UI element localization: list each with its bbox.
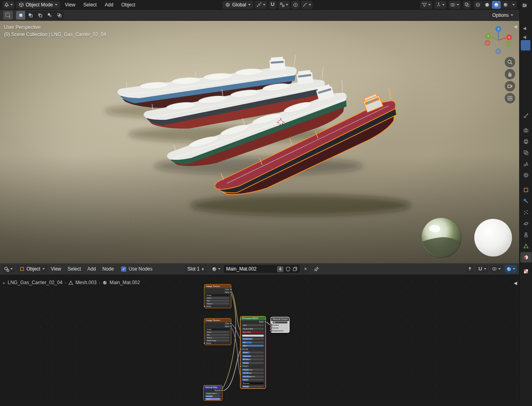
node-normal-map[interactable]: Normal MapNormalTangent SpaceStrengthCol…: [204, 386, 222, 400]
node-socket-row[interactable]: Vector: [204, 305, 231, 308]
props-tab-render[interactable]: [520, 125, 532, 135]
select-extend-button[interactable]: [26, 11, 35, 20]
node-socket-row[interactable]: Sheen: [241, 378, 265, 382]
material-users-count[interactable]: 4: [277, 266, 283, 272]
select-set-button[interactable]: [16, 11, 26, 20]
collapse-left-icon[interactable]: ◀: [523, 34, 526, 40]
expand-arrow-icon[interactable]: ▸: [3, 281, 5, 285]
duplicate-material-icon[interactable]: [293, 267, 297, 271]
active-tool-button[interactable]: [3, 11, 13, 20]
node-socket-row[interactable]: Linear: [204, 297, 231, 299]
node-menu-node[interactable]: Node: [99, 264, 117, 274]
node-socket-row[interactable]: BSDF: [241, 320, 265, 324]
node-socket-row[interactable]: Subsurface: [241, 354, 265, 358]
menu-object[interactable]: Object: [118, 0, 139, 10]
camera-view-button[interactable]: [505, 81, 515, 91]
node-socket-row[interactable]: Anisotropic: [241, 358, 265, 362]
node-socket-row[interactable]: Normal: [204, 389, 222, 392]
node-socket-row[interactable]: Color: [204, 288, 231, 291]
node-socket-row[interactable]: Flat: [204, 299, 231, 302]
insert-keyframe-button[interactable]: [466, 265, 474, 273]
select-invert-button[interactable]: [45, 11, 55, 20]
node-socket-row[interactable]: Vector: [204, 342, 231, 345]
shading-material-preview-button[interactable]: [492, 1, 501, 9]
pivot-point-dropdown[interactable]: [255, 1, 267, 9]
node-socket-row[interactable]: Linear: [204, 331, 231, 333]
node-socket-row[interactable]: Coat Weight: [241, 372, 265, 375]
properties-editor-type-button[interactable]: [520, 1, 529, 9]
node-material-output[interactable]: Material OutputAllSurfaceVolumeDisplacem…: [271, 317, 289, 332]
proportional-editing-toggle[interactable]: [291, 1, 299, 9]
node-socket-row[interactable]: Volume: [271, 327, 289, 329]
node-overlays-dropdown[interactable]: [490, 265, 502, 273]
props-tab-physics[interactable]: [520, 218, 532, 229]
gizmos-dropdown[interactable]: [435, 1, 446, 9]
unlink-material-button[interactable]: ×: [301, 265, 310, 273]
node-principled-bsdf[interactable]: Principled BSDFBSDFGGXRandom WalkBase Co…: [241, 317, 265, 388]
props-tab-scene[interactable]: [520, 159, 532, 169]
select-intersect-button[interactable]: [55, 11, 64, 20]
shader-editor-type-button[interactable]: [2, 265, 14, 273]
props-tab-constraints[interactable]: [520, 230, 532, 240]
breadcrumb-object[interactable]: LNG_Gas_Carrier_02_04: [8, 280, 63, 285]
node-socket-row[interactable]: Tangent: [241, 365, 265, 368]
props-tab-tool[interactable]: [520, 111, 532, 121]
props-tab-view-layer[interactable]: [520, 147, 532, 158]
node-socket-row[interactable]: Alpha: [204, 325, 231, 328]
shading-options-dropdown[interactable]: [510, 1, 517, 9]
node-socket-row[interactable]: Normal: [241, 347, 265, 351]
props-tab-material[interactable]: [520, 252, 532, 263]
node-socket-row[interactable]: Emission: [241, 382, 265, 385]
node-socket-row[interactable]: Random Walk: [241, 327, 265, 331]
node-socket-row[interactable]: Rotation: [241, 361, 265, 365]
node-socket-row[interactable]: Transmission: [241, 368, 265, 372]
node-socket-row[interactable]: Roughness: [241, 337, 265, 341]
breadcrumb-mesh[interactable]: Mesh.003: [75, 280, 97, 285]
node-menu-select[interactable]: Select: [64, 264, 84, 274]
breadcrumb-material[interactable]: Main_Mat.002: [109, 280, 140, 285]
options-dropdown[interactable]: Options: [490, 11, 516, 19]
menu-view[interactable]: View: [62, 0, 79, 10]
browse-material-dropdown[interactable]: [210, 265, 222, 273]
node-socket-row[interactable]: Strength: [241, 385, 265, 389]
node-socket-row[interactable]: Image: [204, 328, 231, 331]
node-image-texture-2[interactable]: Image TextureColorAlphaImageLinearFlatRe…: [204, 319, 231, 345]
props-tab-object-data[interactable]: [520, 241, 532, 251]
3d-viewport[interactable]: X Y Z User Perspective (0) Scene Collect…: [0, 21, 519, 263]
node-socket-row[interactable]: Surface: [271, 324, 289, 327]
props-tab-particles[interactable]: [520, 207, 532, 218]
collapse-left-icon[interactable]: ◀: [523, 26, 526, 31]
node-socket-row[interactable]: Alpha: [204, 291, 231, 294]
node-socket-row[interactable]: Single Image: [204, 339, 231, 342]
node-socket-row[interactable]: GGX: [241, 324, 265, 327]
node-socket-row[interactable]: Color: [204, 322, 231, 325]
pin-icon[interactable]: [314, 267, 319, 272]
props-tab-object[interactable]: [520, 185, 532, 195]
use-nodes-toggle[interactable]: ✓ Use Nodes: [121, 266, 152, 272]
object-type-visibility-dropdown[interactable]: [420, 1, 432, 9]
node-socket-row[interactable]: Image: [204, 294, 231, 297]
node-socket-row[interactable]: All: [271, 321, 289, 324]
zoom-button[interactable]: [505, 57, 515, 67]
props-tab-output[interactable]: [520, 136, 532, 147]
node-socket-row[interactable]: Repeat: [204, 302, 231, 305]
editor-type-button[interactable]: [2, 1, 14, 9]
node-socket-row[interactable]: Metallic: [241, 334, 265, 337]
node-menu-view[interactable]: View: [48, 264, 65, 274]
region-collapse-arrow[interactable]: ◀: [514, 24, 517, 29]
props-tab-world[interactable]: [520, 170, 532, 180]
node-socket-row[interactable]: Base Color: [241, 331, 265, 334]
shader-type-dropdown[interactable]: Object: [17, 265, 48, 273]
select-subtract-button[interactable]: [35, 11, 45, 20]
props-tab-texture[interactable]: [520, 266, 532, 277]
node-socket-row[interactable]: Color: [204, 398, 222, 400]
region-collapse-arrow[interactable]: ◀: [514, 281, 517, 286]
mode-dropdown[interactable]: Object Mode: [16, 1, 60, 9]
node-socket-row[interactable]: Strength: [204, 395, 222, 398]
menu-add[interactable]: Add: [101, 0, 116, 10]
node-socket-row[interactable]: Flat: [204, 333, 231, 336]
node-socket-row[interactable]: Alpha: [241, 344, 265, 348]
overlays-dropdown[interactable]: [449, 1, 461, 9]
xray-toggle[interactable]: [463, 1, 471, 9]
snap-toggle[interactable]: [269, 1, 277, 9]
